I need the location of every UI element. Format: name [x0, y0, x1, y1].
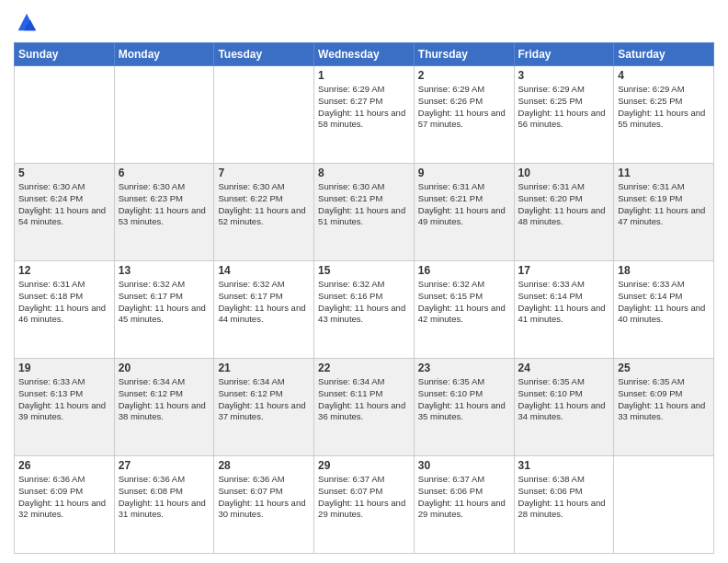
calendar-cell: 17Sunrise: 6:33 AM Sunset: 6:14 PM Dayli…: [514, 261, 614, 359]
cell-info: Sunrise: 6:34 AM Sunset: 6:12 PM Dayligh…: [119, 376, 210, 423]
calendar-cell: 12Sunrise: 6:31 AM Sunset: 6:18 PM Dayli…: [15, 261, 115, 359]
cell-info: Sunrise: 6:37 AM Sunset: 6:07 PM Dayligh…: [318, 474, 410, 521]
calendar-cell: 23Sunrise: 6:35 AM Sunset: 6:10 PM Dayli…: [414, 359, 514, 456]
cell-info: Sunrise: 6:38 AM Sunset: 6:06 PM Dayligh…: [518, 474, 610, 521]
week-row-5: 26Sunrise: 6:36 AM Sunset: 6:09 PM Dayli…: [15, 456, 714, 554]
cell-info: Sunrise: 6:35 AM Sunset: 6:09 PM Dayligh…: [618, 376, 710, 423]
calendar-cell: 20Sunrise: 6:34 AM Sunset: 6:12 PM Dayli…: [114, 359, 214, 456]
cell-info: Sunrise: 6:35 AM Sunset: 6:10 PM Dayligh…: [518, 376, 610, 423]
calendar-cell: 19Sunrise: 6:33 AM Sunset: 6:13 PM Dayli…: [15, 359, 115, 456]
calendar-cell: 25Sunrise: 6:35 AM Sunset: 6:09 PM Dayli…: [614, 359, 714, 456]
calendar-cell: 29Sunrise: 6:37 AM Sunset: 6:07 PM Dayli…: [314, 456, 415, 554]
cell-info: Sunrise: 6:30 AM Sunset: 6:23 PM Dayligh…: [119, 181, 210, 228]
cell-date-number: 26: [18, 459, 110, 472]
cell-date-number: 16: [418, 264, 510, 277]
cell-date-number: 30: [418, 459, 510, 472]
day-header-wednesday: Wednesday: [314, 43, 415, 66]
calendar-cell: 16Sunrise: 6:32 AM Sunset: 6:15 PM Dayli…: [414, 261, 514, 359]
cell-date-number: 12: [18, 264, 110, 277]
cell-date-number: 24: [518, 362, 610, 374]
calendar-cell: 6Sunrise: 6:30 AM Sunset: 6:23 PM Daylig…: [114, 164, 214, 261]
calendar-cell: 3Sunrise: 6:29 AM Sunset: 6:25 PM Daylig…: [514, 66, 614, 164]
calendar-cell: 21Sunrise: 6:34 AM Sunset: 6:12 PM Dayli…: [214, 359, 314, 456]
calendar-cell: [614, 456, 714, 554]
cell-date-number: 13: [119, 264, 210, 277]
cell-date-number: 2: [418, 69, 510, 82]
cell-info: Sunrise: 6:36 AM Sunset: 6:07 PM Dayligh…: [218, 474, 310, 521]
cell-date-number: 1: [318, 69, 410, 82]
cell-info: Sunrise: 6:34 AM Sunset: 6:11 PM Dayligh…: [318, 376, 410, 423]
calendar-cell: 28Sunrise: 6:36 AM Sunset: 6:07 PM Dayli…: [214, 456, 314, 554]
cell-date-number: 17: [518, 264, 610, 277]
calendar-cell: 14Sunrise: 6:32 AM Sunset: 6:17 PM Dayli…: [214, 261, 314, 359]
calendar-cell: 11Sunrise: 6:31 AM Sunset: 6:19 PM Dayli…: [614, 164, 714, 261]
logo: [14, 9, 43, 35]
cell-date-number: 9: [418, 167, 510, 179]
cell-info: Sunrise: 6:32 AM Sunset: 6:15 PM Dayligh…: [418, 279, 510, 326]
header-row: SundayMondayTuesdayWednesdayThursdayFrid…: [15, 43, 714, 66]
cell-info: Sunrise: 6:29 AM Sunset: 6:26 PM Dayligh…: [418, 84, 510, 131]
cell-date-number: 25: [618, 362, 710, 374]
calendar-cell: 7Sunrise: 6:30 AM Sunset: 6:22 PM Daylig…: [214, 164, 314, 261]
cell-date-number: 21: [218, 362, 310, 374]
cell-info: Sunrise: 6:33 AM Sunset: 6:14 PM Dayligh…: [518, 279, 610, 326]
calendar-cell: 1Sunrise: 6:29 AM Sunset: 6:27 PM Daylig…: [314, 66, 415, 164]
cell-date-number: 8: [318, 167, 410, 179]
cell-date-number: 31: [518, 459, 610, 472]
cell-date-number: 6: [119, 167, 210, 179]
calendar-cell: 18Sunrise: 6:33 AM Sunset: 6:14 PM Dayli…: [614, 261, 714, 359]
cell-info: Sunrise: 6:37 AM Sunset: 6:06 PM Dayligh…: [418, 474, 510, 521]
calendar-cell: 31Sunrise: 6:38 AM Sunset: 6:06 PM Dayli…: [514, 456, 614, 554]
calendar-cell: 27Sunrise: 6:36 AM Sunset: 6:08 PM Dayli…: [114, 456, 214, 554]
cell-date-number: 4: [618, 69, 710, 82]
calendar-cell: 8Sunrise: 6:30 AM Sunset: 6:21 PM Daylig…: [314, 164, 415, 261]
calendar-cell: 30Sunrise: 6:37 AM Sunset: 6:06 PM Dayli…: [414, 456, 514, 554]
cell-date-number: 22: [318, 362, 410, 374]
cell-info: Sunrise: 6:32 AM Sunset: 6:16 PM Dayligh…: [318, 279, 410, 326]
cell-date-number: 14: [218, 264, 310, 277]
cell-info: Sunrise: 6:31 AM Sunset: 6:21 PM Dayligh…: [418, 181, 510, 228]
header: [14, 9, 714, 35]
cell-info: Sunrise: 6:29 AM Sunset: 6:27 PM Dayligh…: [318, 84, 410, 131]
day-header-tuesday: Tuesday: [214, 43, 314, 66]
calendar-table: SundayMondayTuesdayWednesdayThursdayFrid…: [14, 42, 714, 554]
calendar-cell: 15Sunrise: 6:32 AM Sunset: 6:16 PM Dayli…: [314, 261, 415, 359]
cell-info: Sunrise: 6:31 AM Sunset: 6:19 PM Dayligh…: [618, 181, 710, 228]
page: SundayMondayTuesdayWednesdayThursdayFrid…: [0, 0, 728, 563]
calendar-cell: 13Sunrise: 6:32 AM Sunset: 6:17 PM Dayli…: [114, 261, 214, 359]
cell-info: Sunrise: 6:31 AM Sunset: 6:18 PM Dayligh…: [18, 279, 110, 326]
calendar-cell: [114, 66, 214, 164]
calendar-cell: 24Sunrise: 6:35 AM Sunset: 6:10 PM Dayli…: [514, 359, 614, 456]
cell-info: Sunrise: 6:31 AM Sunset: 6:20 PM Dayligh…: [518, 181, 610, 228]
day-header-saturday: Saturday: [614, 43, 714, 66]
calendar-cell: [214, 66, 314, 164]
cell-date-number: 10: [518, 167, 610, 179]
cell-date-number: 5: [18, 167, 110, 179]
cell-info: Sunrise: 6:34 AM Sunset: 6:12 PM Dayligh…: [218, 376, 310, 423]
cell-info: Sunrise: 6:30 AM Sunset: 6:21 PM Dayligh…: [318, 181, 410, 228]
cell-date-number: 15: [318, 264, 410, 277]
cell-date-number: 3: [518, 69, 610, 82]
cell-date-number: 20: [119, 362, 210, 374]
cell-date-number: 18: [618, 264, 710, 277]
week-row-2: 5Sunrise: 6:30 AM Sunset: 6:24 PM Daylig…: [15, 164, 714, 261]
cell-info: Sunrise: 6:32 AM Sunset: 6:17 PM Dayligh…: [119, 279, 210, 326]
logo-icon: [14, 9, 40, 35]
cell-info: Sunrise: 6:29 AM Sunset: 6:25 PM Dayligh…: [518, 84, 610, 131]
cell-date-number: 7: [218, 167, 310, 179]
cell-info: Sunrise: 6:30 AM Sunset: 6:22 PM Dayligh…: [218, 181, 310, 228]
calendar-cell: 10Sunrise: 6:31 AM Sunset: 6:20 PM Dayli…: [514, 164, 614, 261]
cell-info: Sunrise: 6:30 AM Sunset: 6:24 PM Dayligh…: [18, 181, 110, 228]
calendar-cell: 4Sunrise: 6:29 AM Sunset: 6:25 PM Daylig…: [614, 66, 714, 164]
week-row-3: 12Sunrise: 6:31 AM Sunset: 6:18 PM Dayli…: [15, 261, 714, 359]
cell-info: Sunrise: 6:33 AM Sunset: 6:14 PM Dayligh…: [618, 279, 710, 326]
day-header-friday: Friday: [514, 43, 614, 66]
calendar-cell: 22Sunrise: 6:34 AM Sunset: 6:11 PM Dayli…: [314, 359, 415, 456]
cell-info: Sunrise: 6:33 AM Sunset: 6:13 PM Dayligh…: [18, 376, 110, 423]
cell-date-number: 28: [218, 459, 310, 472]
cell-date-number: 27: [119, 459, 210, 472]
calendar-cell: 5Sunrise: 6:30 AM Sunset: 6:24 PM Daylig…: [15, 164, 115, 261]
day-header-thursday: Thursday: [414, 43, 514, 66]
week-row-1: 1Sunrise: 6:29 AM Sunset: 6:27 PM Daylig…: [15, 66, 714, 164]
calendar-cell: [15, 66, 115, 164]
